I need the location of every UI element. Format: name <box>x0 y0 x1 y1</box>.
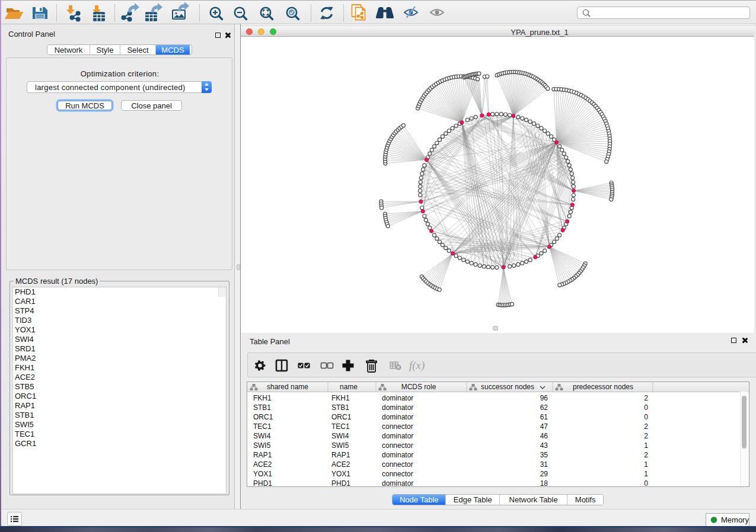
svg-text:shared name: shared name <box>267 383 308 391</box>
svg-text:name: name <box>340 383 358 391</box>
svg-text:predecessor nodes: predecessor nodes <box>573 383 633 391</box>
svg-text:MCDS role: MCDS role <box>401 383 436 391</box>
svg-text:f(x): f(x) <box>409 359 425 372</box>
svg-text:Memory: Memory <box>721 515 749 524</box>
svg-text:successor nodes: successor nodes <box>481 383 534 391</box>
